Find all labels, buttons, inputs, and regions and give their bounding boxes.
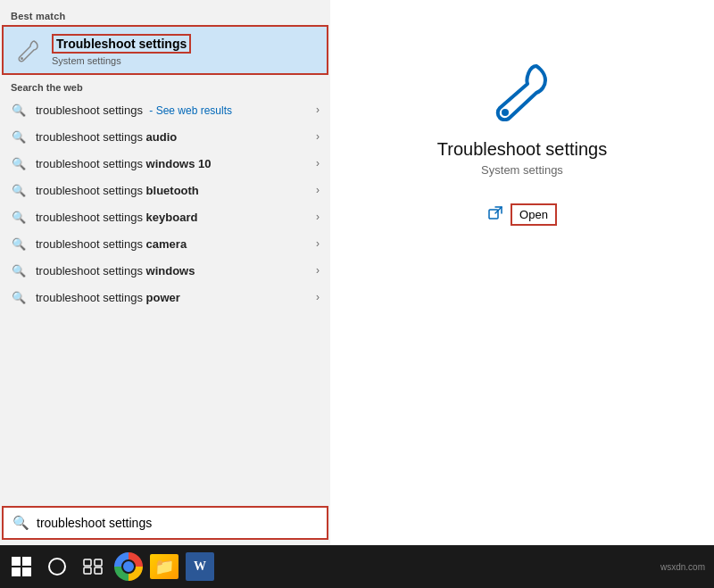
svg-rect-3 xyxy=(12,557,21,566)
best-match-section: Best match Troubleshoot settings System … xyxy=(0,0,330,75)
see-web-results-text: - See web results xyxy=(146,104,232,117)
watermark: wsxdn.com xyxy=(660,562,710,572)
best-match-label: Best match xyxy=(0,7,330,25)
search-bar-icon: 🔍 xyxy=(12,515,29,531)
app-title-right: Troubleshoot settings xyxy=(437,139,607,160)
search-item-windows[interactable]: 🔍 troubleshoot settings windows › xyxy=(0,257,330,284)
search-item-text-8: troubleshoot settings power xyxy=(36,291,316,304)
search-icon-8: 🔍 xyxy=(11,289,27,305)
search-icon-2: 🔍 xyxy=(11,128,27,145)
taskbar-chrome-icon[interactable] xyxy=(114,552,143,581)
svg-rect-10 xyxy=(84,567,91,574)
open-button-row: Open xyxy=(487,203,557,226)
open-external-icon xyxy=(487,205,503,225)
search-item-text-3: troubleshoot settings windows 10 xyxy=(36,157,316,170)
best-match-subtitle: System settings xyxy=(52,55,191,66)
search-icon-3: 🔍 xyxy=(11,155,27,171)
search-item-keyboard[interactable]: 🔍 troubleshoot settings keyboard › xyxy=(0,203,330,230)
best-match-title: Troubleshoot settings xyxy=(52,34,191,54)
svg-rect-9 xyxy=(95,559,102,566)
app-icon-large xyxy=(486,54,558,125)
taskbar-word-icon[interactable]: W xyxy=(186,552,214,581)
chevron-icon-5: › xyxy=(316,211,320,223)
best-match-item[interactable]: Troubleshoot settings System settings xyxy=(2,25,328,75)
search-item-camera[interactable]: 🔍 troubleshoot settings camera › xyxy=(0,230,330,257)
taskbar: 📁 W wsxdn.com xyxy=(0,545,714,588)
search-icon-4: 🔍 xyxy=(11,182,27,198)
svg-rect-8 xyxy=(84,559,91,566)
open-button[interactable]: Open xyxy=(511,203,557,226)
search-item-text-5: troubleshoot settings keyboard xyxy=(36,211,316,224)
search-item-text-1: troubleshoot settings - See web results xyxy=(36,104,316,117)
taskbar-search-button[interactable] xyxy=(41,551,73,583)
svg-point-0 xyxy=(21,57,23,60)
search-icon-5: 🔍 xyxy=(11,209,27,225)
taskbar-explorer-icon[interactable]: 📁 xyxy=(150,554,178,579)
left-bottom: 🔍 xyxy=(0,504,330,545)
chevron-icon-6: › xyxy=(316,237,320,250)
svg-rect-4 xyxy=(22,557,31,566)
search-item-text-4: troubleshoot settings bluetooth xyxy=(36,184,316,197)
search-item-text-6: troubleshoot settings camera xyxy=(36,237,316,251)
chevron-icon-1: › xyxy=(316,104,320,116)
search-item-audio[interactable]: 🔍 troubleshoot settings audio › xyxy=(0,123,330,150)
svg-rect-6 xyxy=(22,567,31,576)
search-web-label: Search the web xyxy=(0,75,330,96)
svg-point-1 xyxy=(502,109,509,116)
search-icon-7: 🔍 xyxy=(11,262,27,278)
search-item-power[interactable]: 🔍 troubleshoot settings power › xyxy=(0,284,330,311)
left-panel: Best match Troubleshoot settings System … xyxy=(0,0,330,545)
search-item-text-2: troubleshoot settings audio xyxy=(36,130,316,144)
wrench-icon xyxy=(14,36,43,64)
search-item-text-7: troubleshoot settings windows xyxy=(36,264,316,277)
app-subtitle-right: System settings xyxy=(481,163,563,177)
svg-rect-5 xyxy=(12,567,21,576)
search-bar-container: 🔍 xyxy=(2,506,328,540)
svg-rect-11 xyxy=(95,567,102,574)
search-item-bluetooth[interactable]: 🔍 troubleshoot settings bluetooth › xyxy=(0,177,330,203)
chevron-icon-8: › xyxy=(316,291,320,303)
search-icon-6: 🔍 xyxy=(11,236,27,252)
chevron-icon-7: › xyxy=(316,264,320,277)
taskbar-taskview-button[interactable] xyxy=(77,551,109,583)
search-item-web-results[interactable]: 🔍 troubleshoot settings - See web result… xyxy=(0,96,330,123)
chevron-icon-4: › xyxy=(316,184,320,196)
search-item-windows10[interactable]: 🔍 troubleshoot settings windows 10 › xyxy=(0,150,330,177)
svg-point-7 xyxy=(49,559,65,575)
start-button[interactable] xyxy=(5,551,37,583)
best-match-text: Troubleshoot settings System settings xyxy=(52,34,191,66)
search-bar-input[interactable] xyxy=(37,516,318,530)
chevron-icon-2: › xyxy=(316,130,320,143)
right-panel: Troubleshoot settings System settings Op… xyxy=(330,0,714,545)
search-icon-1: 🔍 xyxy=(11,102,27,118)
chevron-icon-3: › xyxy=(316,157,320,170)
